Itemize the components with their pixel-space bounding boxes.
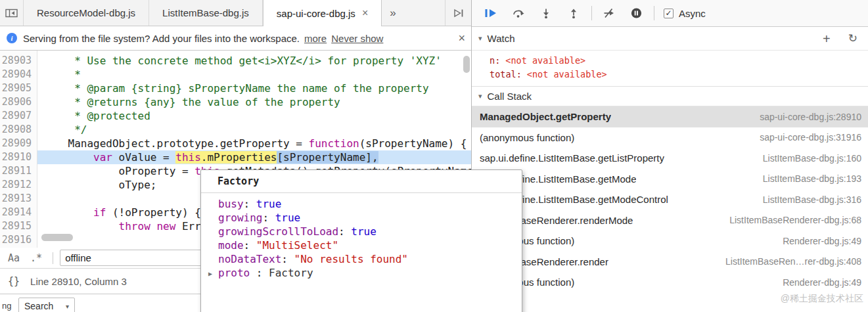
infobar-close-icon[interactable]: × bbox=[458, 32, 465, 45]
call-stack-frame[interactable]: (anonymous function)Renderer-dbg.js:49 bbox=[472, 272, 868, 293]
call-stack-frame[interactable]: sap.ui.define.ListItemBase.getModeListIt… bbox=[472, 169, 868, 190]
sidebar-toggle-icon bbox=[453, 8, 465, 18]
line-content: * @protected bbox=[37, 109, 471, 123]
call-stack-frame[interactable]: ListItemBaseRenderer.renderListItemBaseR… bbox=[472, 252, 868, 273]
line-number[interactable]: 28908 bbox=[0, 123, 37, 137]
popover-property: busy: true bbox=[201, 197, 522, 211]
code-line[interactable]: 28905 * @param {string} sPropertyName th… bbox=[0, 81, 471, 95]
call-stack-section-header[interactable]: ▾ Call Stack bbox=[472, 86, 868, 106]
code-line[interactable]: 28906 * @returns {any} the value of the … bbox=[0, 95, 471, 109]
call-stack-frame[interactable]: (anonymous function)Renderer-dbg.js:49 bbox=[472, 231, 868, 252]
frame-location: sap-ui-core-dbg.js:31916 bbox=[752, 132, 861, 143]
code-token: * Use the concrete method get<i>XYZ</i> … bbox=[43, 55, 442, 67]
file-tab[interactable]: ResourceModel-dbg.js bbox=[24, 0, 149, 26]
code-line[interactable]: 28910 var oValue = this.mProperties[sPro… bbox=[0, 150, 471, 164]
navigator-toggle-button[interactable] bbox=[0, 0, 24, 26]
sidebar-toggle-button[interactable] bbox=[445, 0, 471, 26]
regex-toggle[interactable]: .* bbox=[30, 252, 42, 264]
code-line[interactable]: 28903 * Use the concrete method get<i>XY… bbox=[0, 54, 471, 68]
file-tab[interactable]: sap-ui-core-dbg.js× bbox=[263, 0, 382, 26]
watch-expression[interactable]: total:<not available> bbox=[472, 68, 868, 81]
code-line[interactable]: 28908 */ bbox=[0, 123, 471, 137]
code-token: this bbox=[175, 151, 201, 164]
code-token: ManagedObject.prototype.getProperty = bbox=[43, 137, 309, 150]
tab-label: ListItemBase-dbg.js bbox=[162, 7, 249, 18]
watch-expression[interactable]: n:<not available> bbox=[472, 54, 868, 68]
line-number[interactable]: 28910 bbox=[0, 150, 37, 164]
property-colon: : bbox=[338, 225, 351, 238]
property-name: proto bbox=[218, 267, 250, 279]
call-stack-frame[interactable]: ListItemBaseRenderer.renderModeListItemB… bbox=[472, 210, 868, 231]
line-number[interactable]: 28916 bbox=[0, 233, 37, 247]
popover-property: growingScrollToLoad: true bbox=[201, 225, 522, 238]
code-line[interactable]: 28907 * @protected bbox=[0, 109, 471, 123]
tab-close-icon[interactable]: × bbox=[362, 7, 368, 19]
pause-on-exceptions-button[interactable] bbox=[629, 6, 643, 20]
deactivate-breakpoints-button[interactable] bbox=[601, 6, 616, 20]
code-token: * @returns {any} the value of the proper… bbox=[43, 96, 340, 108]
line-number[interactable]: 28914 bbox=[0, 206, 37, 219]
refresh-watch-icon[interactable]: ↻ bbox=[848, 32, 857, 45]
line-content: var oValue = this.mProperties[sPropertyN… bbox=[37, 150, 471, 164]
expand-arrow-icon[interactable]: ▶ bbox=[208, 267, 212, 280]
frame-location: Renderer-dbg.js:49 bbox=[775, 277, 861, 288]
property-value: Factory bbox=[269, 267, 313, 279]
code-line[interactable]: 28904 * bbox=[0, 68, 471, 81]
infobar-more-link[interactable]: more bbox=[304, 33, 327, 44]
popover-property: ▶proto : Factory bbox=[201, 266, 522, 280]
call-stack-frame[interactable]: (anonymous function)sap-ui-core-dbg.js:3… bbox=[472, 127, 868, 148]
property-name: busy bbox=[218, 198, 244, 210]
frame-location: ListItemBase-dbg.js:193 bbox=[755, 173, 861, 184]
tab-label: sap-ui-core-dbg.js bbox=[277, 8, 355, 19]
code-token: new bbox=[156, 220, 175, 233]
watch-section-header[interactable]: ▾ Watch + ↻ bbox=[472, 27, 868, 51]
code-token: oValue = bbox=[112, 151, 175, 164]
async-label: Async bbox=[679, 8, 706, 19]
resume-button[interactable] bbox=[484, 6, 498, 20]
code-token bbox=[43, 151, 93, 164]
line-number[interactable]: 28911 bbox=[0, 164, 37, 178]
line-content: ManagedObject.prototype.getProperty = fu… bbox=[37, 137, 471, 150]
line-number[interactable]: 28915 bbox=[0, 219, 37, 233]
deactivate-breakpoints-icon bbox=[603, 8, 614, 18]
search-dropdown[interactable]: Search ▾ bbox=[18, 298, 75, 312]
line-number[interactable]: 28905 bbox=[0, 81, 37, 95]
property-colon: : bbox=[262, 212, 275, 224]
call-stack-frame[interactable]: ManagedObject.getPropertysap-ui-core-dbg… bbox=[472, 106, 868, 127]
line-number[interactable]: 28909 bbox=[0, 137, 37, 150]
add-watch-icon[interactable]: + bbox=[823, 32, 831, 45]
step-out-button[interactable] bbox=[566, 6, 581, 20]
step-over-button[interactable] bbox=[511, 6, 526, 20]
cursor-position: Line 28910, Column 3 bbox=[30, 276, 127, 287]
code-token bbox=[150, 220, 157, 233]
collapse-arrow-icon[interactable]: ▾ bbox=[478, 92, 482, 100]
line-number[interactable]: 28912 bbox=[0, 178, 37, 192]
match-case-toggle[interactable]: Aa bbox=[8, 252, 20, 264]
step-into-button[interactable] bbox=[539, 6, 553, 20]
call-stack-title: Call Stack bbox=[488, 91, 532, 102]
toolbar-separator bbox=[591, 6, 592, 20]
line-number[interactable]: 28913 bbox=[0, 192, 37, 206]
vertical-scrollbar-thumb[interactable] bbox=[463, 56, 470, 73]
line-number[interactable]: 28906 bbox=[0, 95, 37, 109]
line-number[interactable]: 28904 bbox=[0, 68, 37, 81]
line-number[interactable]: 28907 bbox=[0, 109, 37, 123]
collapse-arrow-icon[interactable]: ▾ bbox=[478, 34, 482, 43]
step-out-icon bbox=[568, 8, 579, 18]
call-stack-frame[interactable]: sap.ui.define.ListItemBase.getModeContro… bbox=[472, 189, 868, 210]
pretty-print-icon[interactable]: {} bbox=[8, 275, 20, 287]
frame-location: ListItemBaseRen…rer-dbg.js:408 bbox=[718, 256, 861, 267]
line-number[interactable]: 28903 bbox=[0, 54, 37, 68]
async-checkbox[interactable]: ✓ bbox=[664, 9, 674, 18]
horizontal-scrollbar-thumb[interactable] bbox=[41, 234, 73, 241]
object-popover: Factory busy: truegrowing: truegrowingSc… bbox=[200, 169, 522, 312]
code-token: oType; bbox=[43, 179, 156, 191]
infobar-never-show-link[interactable]: Never show bbox=[331, 33, 383, 44]
file-tab[interactable]: ListItemBase-dbg.js bbox=[149, 0, 263, 26]
tab-overflow-button[interactable]: » bbox=[382, 0, 403, 26]
code-line[interactable]: 28909 ManagedObject.prototype.getPropert… bbox=[0, 137, 471, 150]
call-stack-frame[interactable]: sap.ui.define.ListItemBase.getListProper… bbox=[472, 148, 868, 169]
code-token: function bbox=[309, 137, 359, 150]
property-colon: : bbox=[244, 198, 256, 210]
property-value: true bbox=[256, 198, 282, 210]
